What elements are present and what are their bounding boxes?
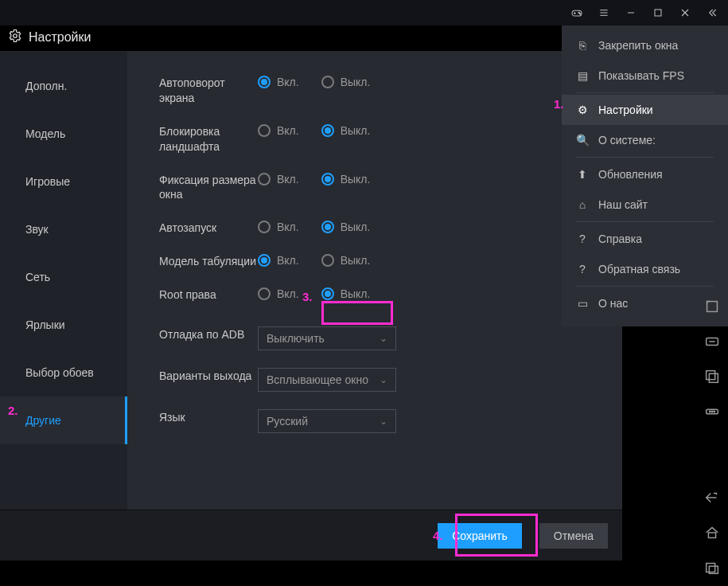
radio-icon — [321, 287, 334, 300]
sidebar-item-shortcuts[interactable]: Ярлыки — [0, 301, 127, 349]
collapse-panel-icon[interactable] — [701, 2, 723, 24]
exit-select[interactable]: Всплывающее окно ⌄ — [258, 368, 396, 392]
sidebar-item-wallpaper[interactable]: Выбор обоев — [0, 349, 127, 397]
setting-adb: Отладка по ADB Выключить ⌄ — [159, 326, 622, 350]
fps-icon: ▤ — [576, 69, 589, 82]
chevron-down-icon: ⌄ — [380, 333, 387, 344]
pin-icon: ⎘ — [576, 39, 589, 52]
fullscreen-icon[interactable] — [703, 298, 721, 315]
close-button[interactable] — [674, 2, 696, 24]
menu-label: О системе: — [598, 134, 656, 146]
menu-separator — [576, 157, 714, 158]
menu-settings[interactable]: ⚙ Настройки — [562, 95, 728, 125]
setting-label: Отладка по ADB — [159, 326, 258, 342]
page-title: Настройки — [8, 29, 91, 46]
radio-icon — [258, 173, 271, 186]
setting-exit-options: Варианты выхода Всплывающее окно ⌄ — [159, 368, 622, 392]
sidebar-item-model[interactable]: Модель — [0, 110, 127, 158]
sidebar-item-label: Звук — [25, 223, 49, 236]
menu-label: Справка — [598, 232, 642, 245]
radio-off[interactable]: Выкл. — [321, 221, 371, 233]
recents-icon[interactable] — [703, 559, 721, 576]
svg-rect-16 — [707, 371, 715, 380]
menu-label: Обновления — [598, 168, 663, 181]
radio-on[interactable]: Вкл. — [258, 254, 299, 267]
radio-icon — [258, 287, 271, 300]
menu-label: Показывать FPS — [598, 69, 684, 82]
language-select[interactable]: Русский ⌄ — [258, 409, 396, 433]
sidebar-item-label: Сеть — [25, 271, 50, 283]
menu-our-site[interactable]: ⌂ Наш сайт — [562, 189, 728, 220]
menu-feedback[interactable]: ? Обратная связь — [562, 254, 728, 284]
menu-show-fps[interactable]: ▤ Показывать FPS — [562, 61, 728, 91]
menu-help[interactable]: ? Справка — [562, 224, 728, 254]
keymap-icon[interactable] — [703, 333, 721, 350]
menu-updates[interactable]: ⬆ Обновления — [562, 159, 728, 189]
svg-rect-17 — [709, 373, 718, 382]
maximize-button[interactable] — [647, 2, 669, 24]
sidebar-item-label: Модель — [25, 127, 65, 140]
sidebar-item-sound[interactable]: Звук — [0, 205, 127, 253]
setting-label: Модель табуляции — [159, 253, 258, 269]
radio-icon — [321, 221, 334, 233]
svg-point-4 — [579, 14, 580, 14]
settings-panel: Дополн. Модель Игровые Звук Сеть Ярлыки … — [0, 51, 622, 510]
radio-on[interactable]: Вкл. — [258, 124, 299, 137]
sidebar-item-additional[interactable]: Дополн. — [0, 62, 127, 110]
upload-icon: ⬆ — [576, 168, 589, 181]
settings-footer: Сохранить Отмена — [0, 510, 622, 561]
home-icon[interactable] — [703, 524, 721, 541]
menu-about-system[interactable]: 🔍 О системе: — [562, 125, 728, 155]
radio-icon — [321, 254, 334, 267]
radio-on[interactable]: Вкл. — [258, 221, 299, 233]
radio-on[interactable]: Вкл. — [258, 173, 299, 186]
menu-label: О нас — [598, 297, 628, 310]
radio-icon — [258, 76, 271, 88]
sidebar-item-other[interactable]: Другие — [0, 397, 127, 444]
setting-language: Язык Русский ⌄ — [159, 409, 622, 433]
cancel-button[interactable]: Отмена — [539, 523, 608, 549]
radio-icon — [321, 76, 334, 88]
menu-label: Наш сайт — [598, 198, 648, 211]
menu-label: Обратная связь — [598, 263, 680, 275]
radio-off[interactable]: Выкл. — [321, 254, 371, 267]
setting-label: Фиксация размера окна — [159, 172, 258, 203]
setting-autorotate: Автоповорот экрана Вкл. Выкл. — [159, 75, 622, 106]
back-icon[interactable] — [703, 489, 721, 506]
menu-separator — [576, 221, 714, 222]
adb-select[interactable]: Выключить ⌄ — [258, 326, 396, 350]
svg-rect-9 — [655, 10, 661, 16]
radio-off[interactable]: Выкл. — [321, 124, 371, 137]
save-button[interactable]: Сохранить — [438, 523, 522, 549]
svg-point-20 — [711, 411, 712, 412]
setting-tab-model: Модель табуляции Вкл. Выкл. — [159, 253, 622, 269]
menu-pin-windows[interactable]: ⎘ Закрепить окна — [562, 30, 728, 61]
svg-rect-13 — [707, 302, 718, 312]
svg-rect-23 — [708, 533, 715, 537]
minimize-button[interactable] — [620, 2, 642, 24]
radio-off[interactable]: Выкл. — [321, 287, 371, 300]
menu-icon[interactable] — [593, 2, 615, 24]
info-icon: ▭ — [576, 297, 589, 310]
home-icon: ⌂ — [576, 198, 589, 211]
sidebar-item-label: Ярлыки — [25, 318, 65, 331]
gamepad-icon[interactable] — [566, 2, 588, 24]
more-icon[interactable] — [703, 403, 721, 420]
sidebar-item-label: Дополн. — [25, 80, 67, 92]
sidebar-item-network[interactable]: Сеть — [0, 253, 127, 301]
setting-landscape-lock: Блокировка ландшафта Вкл. Выкл. — [159, 123, 622, 154]
radio-on[interactable]: Вкл. — [258, 287, 299, 300]
window-titlebar — [0, 0, 728, 25]
multi-instance-icon[interactable] — [703, 368, 721, 385]
radio-on[interactable]: Вкл. — [258, 76, 299, 88]
radio-off[interactable]: Выкл. — [321, 173, 371, 186]
svg-point-3 — [578, 12, 579, 13]
settings-content: Автоповорот экрана Вкл. Выкл. Блокировка… — [127, 51, 622, 510]
help-icon: ? — [576, 232, 589, 245]
select-value: Выключить — [267, 332, 325, 345]
radio-icon — [321, 173, 334, 186]
setting-label: Блокировка ландшафта — [159, 123, 258, 154]
radio-off[interactable]: Выкл. — [321, 76, 371, 88]
setting-label: Автоповорот экрана — [159, 75, 258, 106]
sidebar-item-game[interactable]: Игровые — [0, 158, 127, 205]
